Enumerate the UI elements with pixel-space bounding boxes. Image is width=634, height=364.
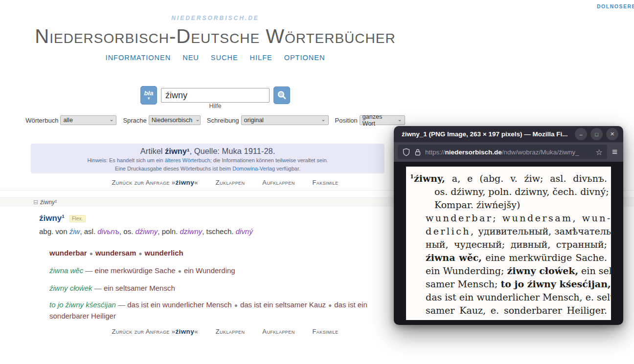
- spelling-select[interactable]: original ⌄: [241, 115, 329, 125]
- etymology-link-divny-cz[interactable]: divný: [236, 227, 253, 236]
- filter-language-label: Sprache: [123, 117, 146, 124]
- scan-bold: źiwny,: [414, 173, 445, 184]
- scan-text: a, e (abg. v. źiw; asl. divьnъ.: [445, 173, 607, 184]
- collapse-minus-icon: ⊟: [33, 199, 38, 206]
- flexion-badge[interactable]: Flex.: [69, 215, 86, 222]
- hint-text: Eine Druckausgabe dieses Wörterbuchs ist…: [115, 166, 232, 171]
- position-select[interactable]: ganzes Wort ⌄: [360, 115, 405, 125]
- search-button[interactable]: [273, 86, 290, 104]
- url-domain: niedersorbisch.de: [445, 149, 502, 156]
- etymology-text: abg. von: [39, 227, 69, 236]
- browser-content-area: 1źiwny, a, e (abg. v. źiw; asl. divьnъ. …: [394, 162, 623, 325]
- example-line: źiwny cłoẃek — ein seltsamer Mensch: [49, 283, 388, 293]
- nav-suche[interactable]: SUCHE: [211, 54, 238, 62]
- url-field[interactable]: https://niedersorbisch.de/ndw/wobraz/Muk…: [398, 145, 607, 159]
- collapse-all-button[interactable]: Zuklappen: [216, 328, 245, 335]
- back-query-word: źiwny: [175, 179, 194, 186]
- shield-icon[interactable]: [402, 148, 410, 156]
- scan-line: ein Wunderding; źiwny cłoẃek, ein selt-: [410, 264, 607, 278]
- expand-all-button[interactable]: Aufklappen: [262, 328, 294, 335]
- maximize-button[interactable]: □: [590, 128, 603, 140]
- etymology-text: , asl.: [80, 227, 97, 236]
- definitions: wunderbar●wundersam●wunderlich źiwna wěc…: [49, 248, 388, 321]
- dolnoserbski-link[interactable]: DOLNOSERBS: [597, 3, 634, 9]
- scan-line: samer Kauz, e. sonderbarer Heiliger.: [410, 304, 607, 317]
- domowina-verlag-link[interactable]: Domowina-Verlag: [232, 166, 275, 171]
- select-arrow-icon: ⌄: [321, 116, 325, 123]
- dictionary-scan-image: 1źiwny, a, e (abg. v. źiw; asl. divьnъ. …: [406, 167, 611, 320]
- close-button[interactable]: ✕: [606, 128, 618, 140]
- scan-line: das ist ein wunderlicher Mensch, e. selt…: [410, 291, 607, 304]
- select-arrow-icon: ⌄: [398, 116, 402, 123]
- site-domain-link[interactable]: NIEDERSORBISCH.DE: [0, 15, 430, 21]
- scan-text: samer Mensch;: [426, 278, 500, 289]
- example-german-gloss: ein seltsamer Mensch: [104, 284, 175, 292]
- nav-informationen[interactable]: INFORMATIONEN: [106, 54, 171, 62]
- bullet-icon: ●: [326, 302, 334, 309]
- example-german-gloss: das ist ein wunderlicher Mensch: [127, 300, 231, 309]
- article-body: źiwny¹ Flex. abg. von źiw, asl. divьnъ, …: [39, 214, 388, 321]
- dictionary-select[interactable]: alle ⌄: [60, 115, 116, 125]
- lock-icon[interactable]: [414, 149, 421, 156]
- nav-hilfe[interactable]: HILFE: [250, 54, 272, 62]
- scan-sup: 1: [410, 173, 414, 180]
- search-input[interactable]: [161, 88, 270, 103]
- hint-text: verfügbar.: [275, 166, 300, 171]
- article-title-suffix: , Quelle: Muka 1911-28.: [189, 147, 275, 155]
- url-scheme: https://: [425, 149, 445, 156]
- select-arrow-icon: ⌄: [195, 116, 200, 123]
- scan-text: eine merkwürdige Sache.: [482, 252, 607, 263]
- language-select[interactable]: Niedersorbisch ⌄: [149, 115, 201, 125]
- scan-text: das ist ein wunderlicher Mensch, e. selt…: [426, 292, 617, 302]
- etymology-link-dziwny-pl[interactable]: dziwny: [180, 227, 202, 236]
- nav-optionen[interactable]: OPTIONEN: [284, 54, 325, 62]
- facsimile-button[interactable]: Faksimile: [313, 328, 339, 335]
- special-characters-label: bła: [144, 90, 154, 96]
- etymology-text: , os.: [119, 227, 136, 236]
- window-titlebar[interactable]: źiwny_1 (PNG Image, 263 × 197 pixels) — …: [394, 126, 623, 142]
- main-nav: INFORMATIONEN NEU SUCHE HILFE OPTIONEN: [0, 54, 430, 62]
- hamburger-menu-icon[interactable]: ≡: [612, 147, 617, 157]
- search-help-link[interactable]: Hilfe: [0, 103, 430, 109]
- special-characters-button[interactable]: bła ▼: [140, 86, 157, 105]
- scan-line: wunderbar; wundersam, wun-: [410, 212, 607, 225]
- etymology-link-divn[interactable]: divьnъ: [97, 227, 119, 236]
- etymology-link-dziwny-os[interactable]: dźiwny: [136, 227, 158, 236]
- dash-separator: —: [85, 266, 92, 275]
- dash-separator: —: [94, 284, 102, 292]
- bullet-icon: ●: [176, 268, 184, 275]
- chevron-down-icon: ▼: [147, 97, 151, 101]
- filter-row: Wörterbuch alle ⌄ Sprache Niedersorbisch…: [0, 115, 430, 125]
- dash-separator: —: [118, 300, 125, 309]
- gloss-word: wunderbar: [49, 249, 87, 257]
- back-to-query-button[interactable]: Zurück zur Anfrage »źiwny«: [112, 328, 198, 335]
- article-hint-line1: Hinweis: Es handelt sich um ein älteres …: [31, 157, 385, 164]
- gloss-word: wunderlich: [145, 249, 183, 257]
- expand-all-button[interactable]: Aufklappen: [262, 179, 294, 186]
- scan-text: derlich,: [426, 226, 476, 236]
- etymology-link-ziw[interactable]: źiw: [69, 227, 80, 236]
- bullet-icon: ●: [87, 250, 95, 257]
- example-sorbian-phrase[interactable]: źiwny cłoẃek: [49, 284, 92, 292]
- collapse-all-button[interactable]: Zuklappen: [216, 179, 245, 186]
- facsimile-button[interactable]: Faksimile: [313, 179, 339, 186]
- hint-text: ; die Informationen können teilweise ver…: [210, 157, 328, 163]
- url-path: /ndw/wobraz/Muka/źiwny_: [502, 149, 579, 156]
- scan-line: samer Mensch; to jo źiwny kśesćijan,: [410, 278, 607, 291]
- article-hint-line2: Eine Druckausgabe dieses Wörterbuchs ist…: [31, 165, 385, 172]
- older-dictionary-link[interactable]: älteres Wörterbuch: [165, 157, 210, 163]
- back-to-query-button[interactable]: Zurück zur Anfrage »źiwny«: [112, 179, 198, 186]
- example-german-gloss: ein Wunderding: [184, 266, 235, 275]
- filter-spelling-label: Schreibung: [207, 117, 239, 124]
- minimize-button[interactable]: –: [575, 128, 587, 140]
- nav-neu[interactable]: NEU: [182, 54, 199, 62]
- example-sorbian-phrase[interactable]: to jo źiwny kśesćijan: [49, 300, 116, 309]
- search-bar: bła ▼: [0, 86, 430, 105]
- bookmark-star-icon[interactable]: ☆: [596, 148, 603, 157]
- scan-line: 1źiwny, a, e (abg. v. źiw; asl. divьnъ.: [410, 170, 607, 185]
- example-sorbian-phrase[interactable]: źiwna wěc: [49, 266, 83, 275]
- language-select-value: Niedersorbisch: [152, 117, 192, 124]
- bullet-icon: ●: [232, 302, 240, 309]
- scan-text: ein selt-: [578, 265, 619, 276]
- example-german-gloss: eine merkwürdige Sache: [95, 266, 176, 275]
